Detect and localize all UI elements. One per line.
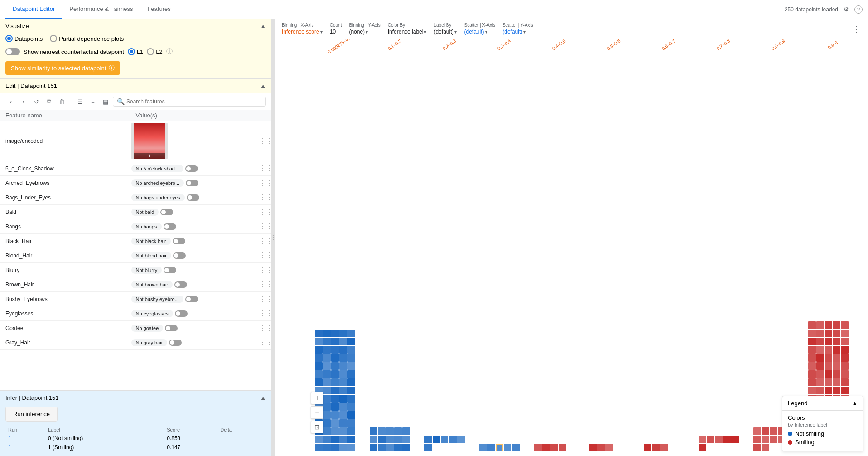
face-img[interactable] — [424, 436, 432, 443]
face-img[interactable] — [841, 321, 849, 329]
face-img[interactable] — [833, 378, 840, 386]
face-img[interactable] — [315, 370, 323, 378]
face-img[interactable] — [323, 427, 331, 435]
face-img[interactable] — [825, 338, 832, 345]
face-img[interactable] — [542, 444, 550, 451]
face-img[interactable] — [370, 427, 377, 435]
face-img[interactable] — [550, 444, 558, 451]
face-img[interactable] — [441, 436, 448, 443]
face-img[interactable] — [808, 378, 816, 386]
face-img[interactable] — [370, 436, 377, 443]
face-img[interactable] — [339, 338, 347, 345]
face-img[interactable] — [347, 354, 355, 362]
legend-collapse-icon[interactable]: ▲ — [852, 400, 858, 407]
value-toggle-8[interactable] — [174, 281, 187, 288]
chart-col-1[interactable] — [366, 64, 420, 451]
face-img[interactable] — [816, 346, 824, 354]
face-img[interactable] — [433, 436, 440, 443]
face-img[interactable] — [833, 362, 840, 370]
face-img[interactable] — [833, 321, 840, 329]
face-img[interactable] — [339, 411, 347, 419]
face-img[interactable] — [331, 395, 339, 403]
face-img[interactable] — [347, 362, 355, 370]
face-img[interactable] — [833, 370, 840, 378]
face-img[interactable] — [347, 378, 355, 386]
face-img[interactable] — [331, 338, 339, 345]
help-icon[interactable]: ? — [854, 5, 863, 14]
row-menu-1[interactable]: ⋮⋮ — [259, 179, 266, 187]
face-img[interactable] — [331, 330, 339, 337]
binning-x-select[interactable]: Inference score ▾ — [282, 29, 323, 35]
tab-datapoint-editor[interactable]: Datapoint Editor — [5, 0, 62, 19]
face-img[interactable] — [347, 370, 355, 378]
face-img[interactable] — [731, 436, 739, 443]
face-img[interactable] — [833, 346, 840, 354]
face-img[interactable] — [347, 330, 355, 337]
value-toggle-10[interactable] — [175, 310, 188, 317]
face-img[interactable] — [424, 444, 432, 451]
face-img[interactable] — [347, 387, 355, 394]
face-img[interactable] — [331, 436, 339, 443]
face-img[interactable] — [605, 444, 613, 451]
face-img[interactable] — [323, 370, 331, 378]
chart-col-7[interactable] — [694, 64, 749, 451]
face-img[interactable] — [331, 403, 339, 411]
face-img[interactable] — [315, 444, 323, 451]
face-img[interactable] — [323, 346, 331, 354]
face-img[interactable] — [816, 362, 824, 370]
copy-icon[interactable]: ⧉ — [43, 96, 54, 107]
count-select[interactable]: 10 — [330, 29, 342, 35]
face-img[interactable] — [323, 338, 331, 345]
face-img[interactable] — [770, 436, 777, 443]
face-img[interactable] — [841, 354, 849, 362]
face-img[interactable] — [597, 444, 605, 451]
face-img[interactable] — [841, 378, 849, 386]
face-img[interactable] — [534, 444, 542, 451]
face-img[interactable] — [331, 346, 339, 354]
face-img[interactable] — [323, 362, 331, 370]
face-img[interactable] — [825, 321, 832, 329]
scatter-y-select[interactable]: (default) ▾ — [502, 29, 533, 35]
chart-col-3[interactable] — [475, 64, 530, 451]
face-img[interactable] — [315, 436, 323, 443]
row-menu-4[interactable]: ⋮⋮ — [259, 222, 266, 231]
run-inference-button[interactable]: Run inference — [5, 407, 58, 422]
partial-dependence-radio[interactable]: Partial dependence plots — [50, 35, 124, 42]
label-by-select[interactable]: (default) ▾ — [434, 29, 457, 35]
face-img[interactable] — [323, 411, 331, 419]
row-menu-8[interactable]: ⋮⋮ — [259, 280, 266, 289]
face-img[interactable] — [386, 436, 394, 443]
row-menu-2[interactable]: ⋮⋮ — [259, 193, 266, 202]
value-toggle-5[interactable] — [173, 238, 185, 244]
face-img[interactable] — [841, 330, 849, 337]
face-img[interactable] — [808, 354, 816, 362]
face-img[interactable] — [816, 378, 824, 386]
row-menu-0[interactable]: ⋮⋮ — [259, 164, 266, 173]
datapoints-radio[interactable]: Datapoints — [5, 35, 43, 42]
l2-radio[interactable]: L2 — [147, 48, 162, 55]
prev-icon[interactable]: ‹ — [5, 96, 16, 107]
face-img[interactable] — [331, 370, 339, 378]
face-img[interactable] — [315, 378, 323, 386]
face-img[interactable] — [512, 444, 520, 451]
face-img[interactable] — [457, 436, 465, 443]
face-img[interactable] — [808, 387, 816, 394]
face-img[interactable] — [347, 395, 355, 403]
face-img[interactable] — [559, 444, 566, 451]
face-img[interactable] — [347, 444, 355, 451]
datapoints-radio-btn[interactable] — [5, 35, 13, 42]
face-img[interactable] — [808, 321, 816, 329]
face-img[interactable] — [323, 444, 331, 451]
face-img[interactable] — [339, 346, 347, 354]
face-img[interactable] — [449, 436, 457, 443]
face-img[interactable] — [841, 338, 849, 345]
face-img[interactable] — [323, 387, 331, 394]
row-menu-image[interactable]: ⋮⋮ — [259, 137, 266, 146]
face-img[interactable] — [825, 387, 832, 394]
l1-radio[interactable]: L1 — [128, 48, 143, 55]
face-img[interactable] — [715, 436, 723, 443]
value-toggle-2[interactable] — [187, 194, 199, 201]
face-img[interactable] — [816, 370, 824, 378]
face-img[interactable] — [808, 362, 816, 370]
face-img[interactable] — [808, 346, 816, 354]
